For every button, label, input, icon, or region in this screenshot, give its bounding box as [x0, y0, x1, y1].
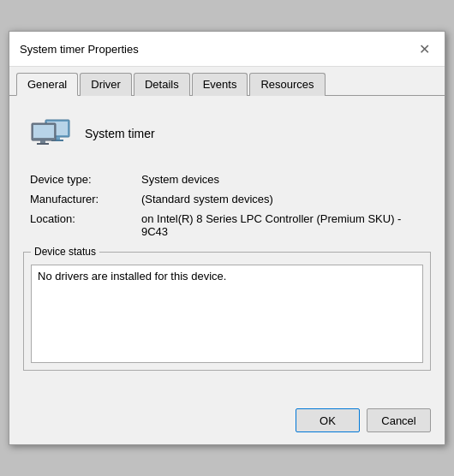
device-info-table: Device type: System devices Manufacturer… [30, 173, 431, 238]
device-type-label: Device type: [30, 173, 141, 186]
location-value: on Intel(R) 8 Series LPC Controller (Pre… [141, 212, 431, 238]
properties-window: System timer Properties ✕ General Driver… [9, 31, 445, 445]
close-button[interactable]: ✕ [414, 39, 434, 59]
device-status-box[interactable]: No drivers are installed for this device… [31, 265, 423, 363]
title-bar: System timer Properties ✕ [9, 32, 445, 67]
window-title: System timer Properties [20, 43, 139, 56]
tab-driver[interactable]: Driver [80, 73, 132, 96]
tab-general[interactable]: General [16, 73, 78, 96]
location-row: Location: on Intel(R) 8 Series LPC Contr… [30, 212, 431, 238]
status-message: No drivers are installed for this device… [38, 270, 226, 283]
manufacturer-value: (Standard system devices) [141, 193, 431, 205]
device-status-label: Device status [31, 246, 99, 258]
device-type-value: System devices [141, 173, 431, 186]
manufacturer-label: Manufacturer: [30, 193, 141, 205]
tab-bar: General Driver Details Events Resources [9, 67, 445, 96]
svg-rect-5 [33, 125, 54, 138]
device-type-row: Device type: System devices [30, 173, 431, 186]
device-header: System timer [23, 110, 431, 158]
device-status-section: Device status No drivers are installed f… [23, 252, 431, 371]
dialog-buttons: OK Cancel [9, 398, 445, 444]
tab-resources[interactable]: Resources [249, 73, 325, 96]
manufacturer-row: Manufacturer: (Standard system devices) [30, 193, 431, 205]
device-icon [30, 116, 71, 151]
tab-events[interactable]: Events [192, 73, 248, 96]
cancel-button[interactable]: Cancel [367, 408, 431, 432]
tab-details[interactable]: Details [134, 73, 190, 96]
tab-content: System timer Device type: System devices… [9, 96, 445, 398]
ok-button[interactable]: OK [296, 408, 360, 432]
location-label: Location: [30, 212, 141, 225]
svg-rect-7 [37, 143, 49, 145]
device-name: System timer [85, 127, 155, 140]
